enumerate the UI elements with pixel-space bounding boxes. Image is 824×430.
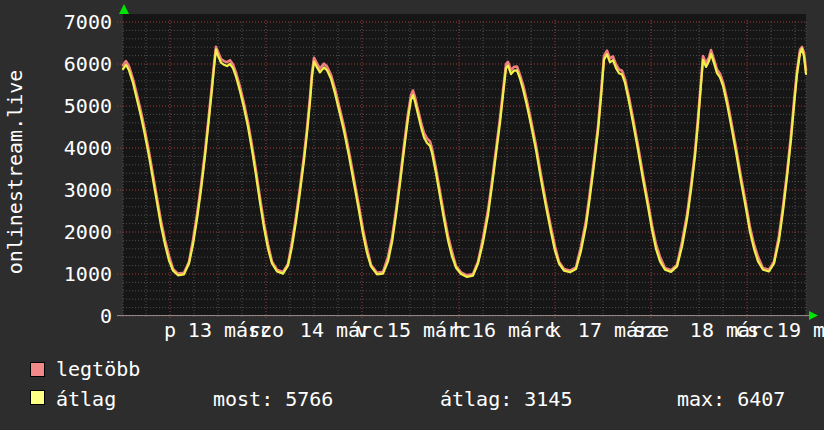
x-date-label: 14 márc (300, 318, 384, 342)
y-tick-label: 6000 (0, 52, 112, 76)
x-day-label: cs (735, 318, 759, 342)
rrd-graph: onlinestream.live 0100020003000400050006… (0, 0, 824, 430)
stat-average: átlag: 3145 (440, 387, 572, 411)
stat-max: max: 6407 (677, 387, 785, 411)
x-day-label: p (164, 318, 176, 342)
y-tick-label: 1000 (0, 262, 112, 286)
legend-label-avg: átlag (56, 387, 116, 411)
x-day-label: szo (248, 318, 284, 342)
x-date-label: 16 márc (472, 318, 556, 342)
y-axis-arrow-icon (119, 4, 129, 14)
y-tick-label: 0 (0, 304, 112, 328)
y-tick-label: 5000 (0, 94, 112, 118)
graph-vertical-title: onlinestream.live (3, 56, 27, 288)
y-tick-label: 4000 (0, 136, 112, 160)
legend-swatch-avg (30, 390, 45, 405)
x-day-label: sze (633, 318, 669, 342)
stat-most: most: 5766 (213, 387, 333, 411)
legend-swatch-max (30, 362, 45, 377)
x-date-label: 19 márc (777, 318, 824, 342)
legend-label-max: legtöbb (56, 357, 140, 381)
y-tick-label: 7000 (0, 10, 112, 34)
y-tick-label: 3000 (0, 178, 112, 202)
x-day-label: v (356, 318, 368, 342)
x-day-label: h (453, 318, 465, 342)
x-day-label: k (549, 318, 561, 342)
y-tick-label: 2000 (0, 220, 112, 244)
x-date-label: 18 márc (690, 318, 774, 342)
